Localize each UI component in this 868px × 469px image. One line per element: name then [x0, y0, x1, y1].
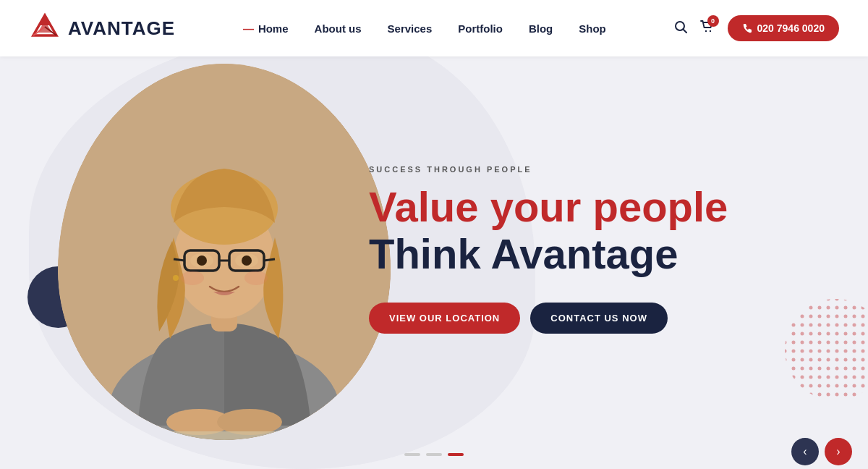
phone-number: 020 7946 0020: [757, 22, 825, 34]
slider-prev-button[interactable]: ‹: [791, 438, 819, 465]
logo-icon: [29, 12, 61, 44]
logo[interactable]: AVANTAGE: [29, 12, 175, 44]
hero-title-line2: Think Avantage: [369, 232, 728, 276]
search-icon: [674, 20, 687, 33]
dots-decoration-right: [781, 295, 868, 404]
slider-dots: [404, 453, 464, 456]
phone-button[interactable]: 020 7946 0020: [728, 15, 839, 41]
hero-section: SUCCESS THROUGH PEOPLE Value your people…: [0, 56, 868, 469]
prev-arrow-icon: ‹: [803, 445, 807, 458]
slider-dot-2[interactable]: [426, 453, 442, 456]
svg-line-23: [264, 259, 275, 261]
header: AVANTAGE Home About us Services Portfoli…: [0, 0, 868, 56]
slider-next-button[interactable]: ›: [825, 438, 852, 465]
nav-blog[interactable]: Blog: [529, 22, 553, 35]
phone-icon: [742, 23, 752, 33]
hero-buttons: VIEW OUR LOCATION CONTACT US NOW: [369, 303, 728, 334]
hero-title-line1: Value your people: [369, 185, 728, 229]
svg-point-32: [181, 271, 204, 285]
svg-point-7: [705, 30, 706, 31]
nav-shop[interactable]: Shop: [579, 22, 606, 35]
main-nav: Home About us Services Portfolio Blog Sh…: [243, 22, 606, 35]
brand-name: AVANTAGE: [68, 17, 175, 40]
cart-badge: 0: [707, 15, 719, 27]
nav-home[interactable]: Home: [243, 22, 289, 35]
location-button[interactable]: VIEW OUR LOCATION: [369, 303, 520, 334]
nav-actions: 0 020 7946 0020: [674, 15, 839, 41]
slider-dot-3[interactable]: [448, 453, 464, 456]
svg-point-8: [709, 30, 710, 31]
next-arrow-icon: ›: [836, 445, 840, 458]
svg-point-27: [242, 255, 252, 266]
svg-line-6: [683, 29, 686, 33]
nav-about[interactable]: About us: [315, 22, 362, 35]
hero-content: SUCCESS THROUGH PEOPLE Value your people…: [369, 165, 728, 334]
contact-button[interactable]: CONTACT US NOW: [530, 303, 668, 334]
search-button[interactable]: [674, 20, 687, 37]
hero-subtitle: SUCCESS THROUGH PEOPLE: [369, 165, 728, 174]
svg-point-31: [173, 275, 179, 281]
cart-button[interactable]: 0: [700, 20, 715, 38]
svg-point-26: [197, 255, 207, 266]
nav-portfolio[interactable]: Portfolio: [458, 22, 503, 35]
svg-point-29: [217, 409, 282, 435]
slider-dot-1[interactable]: [404, 453, 420, 456]
svg-line-22: [174, 259, 184, 261]
svg-point-33: [244, 271, 268, 285]
svg-point-12: [785, 299, 868, 400]
nav-services[interactable]: Services: [388, 22, 433, 35]
